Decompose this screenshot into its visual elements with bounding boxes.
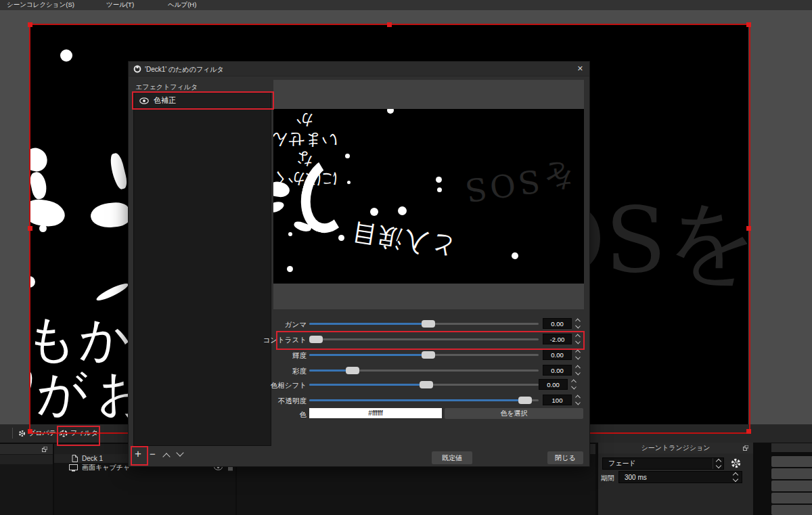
saturation-slider[interactable]: [309, 370, 539, 372]
slider-row-gamma: ガンマ 0.00: [129, 318, 591, 330]
brightness-spinner[interactable]: [574, 349, 582, 360]
slider-row-brightness: 輝度 0.00: [129, 349, 591, 361]
controls-button-1[interactable]: [771, 456, 812, 467]
dialog-close-button[interactable]: 閉じる: [547, 451, 583, 464]
effects-filter-label: エフェクトフィルタ: [135, 83, 198, 92]
color-label: 色: [300, 410, 307, 420]
properties-button[interactable]: プロパティ: [18, 426, 63, 440]
slider-handle[interactable]: [422, 320, 435, 328]
selection-handle-br[interactable]: [746, 429, 751, 434]
color-hex-field[interactable]: #ffffff: [309, 408, 442, 418]
scenes-list[interactable]: [0, 454, 53, 515]
filters-dialog: 'Deck1' のためのフィルタ ✕ エフェクトフィルタ 色補正 にほかくな い…: [128, 61, 590, 467]
selection-handle-tm[interactable]: [387, 22, 392, 27]
brightness-value[interactable]: 0.00: [543, 349, 572, 360]
filters-label: フィルタ: [70, 428, 98, 438]
controls-button-2[interactable]: [771, 468, 812, 479]
duration-field[interactable]: 300 ms: [618, 471, 742, 483]
saturation-value[interactable]: 0.00: [543, 365, 572, 376]
preview-text-sos: をSOS: [459, 154, 578, 212]
mixer-dock-header: [590, 444, 595, 454]
duration-spinner[interactable]: [731, 472, 740, 483]
menu-tools[interactable]: ツール(T): [106, 1, 134, 9]
duration-label: 期間: [601, 474, 614, 483]
transitions-dock-header[interactable]: シーントランジション: [598, 443, 753, 453]
menu-bar: シーンコレクション(S) ツール(T) ヘルプ(H): [0, 0, 812, 10]
close-icon[interactable]: ✕: [577, 64, 583, 73]
color-row: 色 #ffffff 色を選択: [129, 408, 591, 420]
menu-scene-collection[interactable]: シーンコレクション(S): [7, 1, 74, 9]
slider-handle[interactable]: [420, 381, 433, 388]
monitor-icon: [69, 464, 78, 472]
obs-logo-icon: [133, 65, 141, 73]
dialog-titlebar[interactable]: 'Deck1' のためのフィルタ ✕: [129, 62, 589, 76]
duration-value: 300 ms: [625, 474, 647, 481]
menu-help[interactable]: ヘルプ(H): [168, 1, 196, 9]
contrast-value[interactable]: -2.00: [543, 334, 572, 344]
brightness-slider[interactable]: [309, 354, 539, 356]
slider-label-hueshift: 色相シフト: [271, 381, 307, 390]
obs-window: シーンコレクション(S) ツール(T) ヘルプ(H) もかも がお OSを: [0, 0, 812, 515]
controls-dock-header[interactable]: [771, 443, 812, 452]
gamma-value[interactable]: 0.00: [543, 318, 572, 329]
filter-list[interactable]: 色補正: [133, 92, 271, 446]
selection-handle-mr[interactable]: [746, 226, 751, 231]
selection-handle-bl[interactable]: [28, 429, 32, 434]
add-filter-button[interactable]: +: [135, 447, 141, 461]
opacity-slider[interactable]: [309, 399, 539, 401]
controls-button-3[interactable]: [771, 480, 812, 491]
filter-preview: にほかくな いませんか をSOS と入涙目: [273, 80, 584, 309]
slider-row-saturation: 彩度 0.00: [129, 365, 591, 376]
defaults-button[interactable]: 既定値: [432, 451, 472, 464]
transitions-dock: シーントランジション フェード 期間 300 ms: [598, 443, 753, 515]
filter-item-label: 色補正: [154, 95, 176, 106]
transitions-title: シーントランジション: [641, 444, 710, 451]
color-select-button[interactable]: 色を選択: [445, 408, 583, 419]
popout-icon[interactable]: [743, 445, 748, 451]
opacity-spinner[interactable]: [574, 395, 582, 405]
filters-button[interactable]: フィルタ: [60, 426, 98, 440]
slider-label-opacity: 不透明度: [278, 397, 307, 406]
slider-row-opacity: 不透明度 100: [129, 395, 591, 406]
slider-label-brightness: 輝度: [292, 351, 307, 361]
hueshift-slider[interactable]: [309, 384, 539, 386]
selection-handle-tr[interactable]: [746, 22, 751, 27]
slider-handle[interactable]: [346, 367, 359, 374]
contrast-spinner[interactable]: [574, 334, 582, 344]
saturation-spinner[interactable]: [574, 365, 582, 376]
opacity-value[interactable]: 100: [543, 395, 572, 405]
slider-row-contrast: コントラスト -2.00: [129, 334, 591, 345]
slider-handle[interactable]: [422, 351, 435, 359]
hueshift-spinner[interactable]: [570, 379, 578, 390]
select-spinner[interactable]: [713, 458, 723, 469]
transition-select[interactable]: フェード: [602, 457, 724, 470]
scene-row[interactable]: [0, 455, 53, 464]
popout-icon[interactable]: [42, 447, 47, 452]
gear-icon: [18, 430, 26, 437]
controls-button-4[interactable]: [771, 493, 812, 503]
transition-selected-value: フェード: [608, 459, 636, 468]
move-filter-down-button[interactable]: [177, 450, 183, 457]
eye-icon[interactable]: [139, 97, 149, 104]
filter-item-color-correction[interactable]: 色補正: [135, 93, 271, 108]
selection-handle-ml[interactable]: [28, 226, 32, 231]
slider-handle[interactable]: [309, 336, 323, 343]
slider-handle[interactable]: [518, 397, 532, 404]
contrast-slider[interactable]: [309, 338, 539, 340]
remove-filter-button[interactable]: −: [150, 448, 156, 460]
scenes-dock-header[interactable]: [0, 444, 53, 454]
transition-gear-icon[interactable]: [731, 458, 741, 468]
file-icon: [72, 455, 78, 462]
move-filter-up-button[interactable]: [164, 453, 169, 460]
slider-label-gamma: ガンマ: [285, 320, 307, 330]
filter-icon: [60, 430, 68, 437]
gamma-spinner[interactable]: [574, 318, 582, 329]
selection-handle-tl[interactable]: [28, 22, 32, 27]
controls-button-5[interactable]: [771, 505, 812, 515]
hueshift-value[interactable]: 0.00: [539, 379, 568, 390]
slider-label-saturation: 彩度: [292, 367, 307, 376]
gamma-slider[interactable]: [309, 323, 539, 325]
slider-label-contrast: コントラスト: [263, 336, 307, 345]
preview-text-bottom: と入涙目: [347, 215, 457, 264]
properties-label: プロパティ: [28, 428, 63, 438]
